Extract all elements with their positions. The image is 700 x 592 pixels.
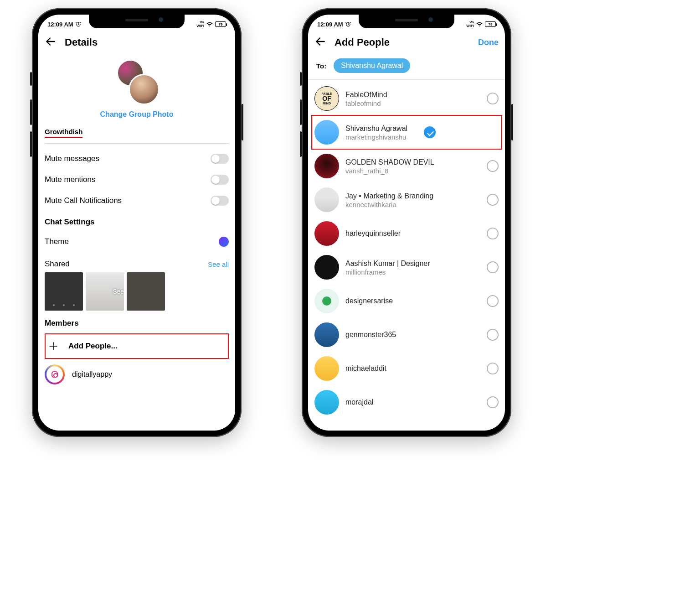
mute-messages-row: Mute messages [45,148,229,169]
page-title: Add People [335,36,390,48]
side-button [511,104,513,140]
person-name: Shivanshu Agrawal [345,124,407,133]
select-radio[interactable] [487,396,499,408]
add-people-button[interactable]: Add People... [45,333,229,359]
person-username: millionframes [345,268,430,276]
person-name: FableOfMind [345,90,387,99]
side-button [30,72,32,86]
avatar [314,120,339,145]
person-name: Jay • Marketing & Branding [345,192,433,201]
side-button [300,131,302,157]
person-name: morajdal [345,398,373,407]
phone-frame-right: 12:09 AM VoWiFi 79 Add People Done [302,8,511,437]
member-row[interactable]: digitallyappy [45,359,229,390]
header: Details [38,31,235,56]
person-name: designersarise [345,296,393,306]
person-name: Aashish Kumar | Designer [345,259,430,268]
see-all-link[interactable]: See all [208,260,229,268]
theme-color-icon [219,237,229,247]
select-radio[interactable] [487,93,499,104]
person-username: fableofmind [345,99,387,107]
side-button [300,99,302,125]
person-row[interactable]: designersarise [314,284,499,318]
theme-row[interactable]: Theme [45,231,229,252]
person-row[interactable]: michaeladdit [314,352,499,385]
side-button [30,131,32,157]
mute-mentions-toggle[interactable] [211,175,229,185]
select-radio[interactable] [487,329,499,341]
screen-right: 12:09 AM VoWiFi 79 Add People Done [308,15,505,431]
avatar [314,187,339,212]
side-button [30,99,32,125]
theme-label: Theme [45,237,69,246]
person-name: GOLDEN SHADOW DEVIL [345,158,434,167]
change-group-photo-link[interactable]: Change Group Photo [45,110,229,119]
person-username: vansh_rathi_8 [345,167,434,175]
battery-icon: 79 [215,21,226,27]
back-arrow-icon[interactable] [45,36,57,49]
battery-icon: 79 [485,21,496,27]
status-time: 12:09 AM [317,21,343,28]
alarm-icon [75,21,82,27]
mute-messages-label: Mute messages [45,154,99,163]
done-button[interactable]: Done [478,38,499,47]
select-radio[interactable] [487,194,499,206]
person-name: genmonster365 [345,330,396,339]
person-row[interactable]: morajdal [314,385,499,415]
back-arrow-icon[interactable] [314,36,326,49]
shared-thumbnails: See all [45,272,229,311]
alarm-icon [345,21,351,27]
volte-label: VoWiFi [196,21,204,28]
side-button [242,104,243,140]
status-time: 12:09 AM [47,21,73,28]
person-row[interactable]: Jay • Marketing & Branding konnectwithka… [314,183,499,217]
group-photo[interactable] [114,59,160,105]
chat-settings-heading: Chat Settings [45,211,229,231]
person-name: michaeladdit [345,364,386,373]
avatar [45,364,65,384]
group-name-input[interactable]: Growthdish [45,128,82,138]
add-people-content: To: Shivanshu Agrawal FABLEOFMIND FableO… [308,56,505,431]
wifi-icon [206,21,213,27]
select-radio[interactable] [487,261,499,273]
members-heading: Members [45,311,229,332]
mute-mentions-label: Mute mentions [45,175,96,184]
person-row[interactable]: FABLEOFMIND FableOfMind fableofmind [314,82,499,115]
group-photo-front [129,74,160,105]
shared-label: Shared [45,260,70,269]
select-radio[interactable] [487,363,499,374]
mute-calls-row: Mute Call Notifications [45,190,229,211]
person-row[interactable]: GOLDEN SHADOW DEVIL vansh_rathi_8 [314,149,499,183]
person-row[interactable]: Aashish Kumar | Designer millionframes [314,250,499,284]
person-row[interactable]: Shivanshu Agrawal marketingshivanshu [312,115,501,149]
add-people-label: Add People... [68,342,118,351]
person-row[interactable]: harleyquinnseller [314,217,499,250]
shared-thumb[interactable]: See all [86,272,124,311]
divider [308,79,505,80]
select-radio[interactable] [487,228,499,239]
select-radio[interactable] [424,126,436,138]
avatar [314,322,339,347]
person-username: marketingshivanshu [345,133,407,141]
selected-person-chip[interactable]: Shivanshu Agrawal [334,58,410,73]
phone-frame-left: 12:09 AM VoWiFi 79 Details [32,8,242,437]
person-name: harleyquinnseller [345,229,401,238]
details-content: Change Group Photo Growthdish Mute messa… [38,56,235,431]
shared-thumb[interactable] [45,272,83,311]
shared-header: Shared See all [45,252,229,272]
select-radio[interactable] [487,295,499,307]
volte-label: VoWiFi [466,21,474,28]
mute-messages-toggle[interactable] [211,154,229,164]
plus-icon [47,341,59,352]
notch [359,15,454,28]
mute-calls-toggle[interactable] [211,196,229,206]
header: Add People Done [308,31,505,56]
to-label: To: [316,62,326,70]
select-radio[interactable] [487,160,499,172]
avatar [314,255,339,280]
to-row: To: Shivanshu Agrawal [314,56,499,79]
shared-thumb[interactable] [127,272,165,311]
screen-left: 12:09 AM VoWiFi 79 Details [38,15,235,431]
side-button [300,72,302,86]
person-row[interactable]: genmonster365 [314,318,499,352]
